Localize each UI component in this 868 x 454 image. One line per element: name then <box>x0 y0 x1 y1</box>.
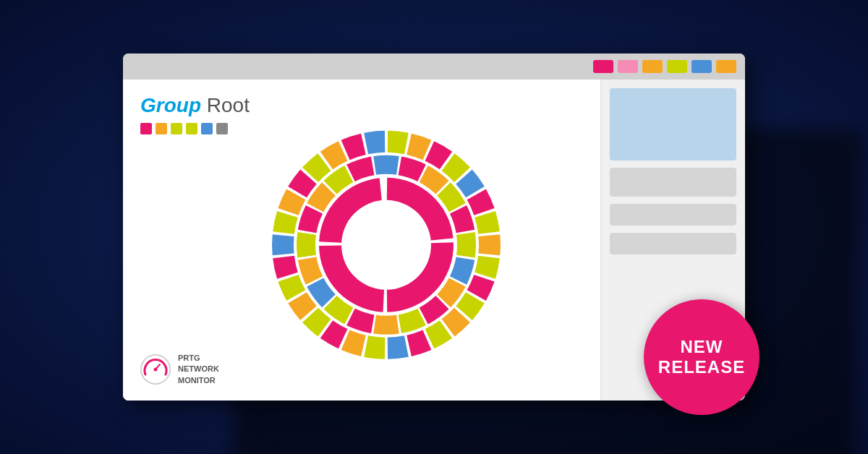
tab-4[interactable] <box>667 60 687 73</box>
sidebar-blue-block <box>610 88 736 160</box>
legend-dot-5 <box>201 123 213 134</box>
tab-3[interactable] <box>642 60 663 73</box>
main-panel: Group Root <box>123 80 600 401</box>
prtg-logo: PRTG NETWORK MONITOR <box>140 353 219 386</box>
legend-dot-4 <box>186 123 197 134</box>
legend-dot-2 <box>156 123 167 134</box>
app-wrapper: Group Root <box>123 53 745 401</box>
sidebar-gray-block-1 <box>610 168 736 197</box>
sunburst-chart <box>263 122 509 368</box>
legend-dot-3 <box>171 123 182 134</box>
badge-line1: NEW <box>681 337 723 357</box>
browser-titlebar <box>123 53 745 80</box>
sidebar-gray-block-2 <box>610 204 736 226</box>
sunburst-svg <box>263 122 509 368</box>
title-group-word: Group <box>140 94 201 116</box>
legend-dot-6 <box>216 123 228 134</box>
prtg-text: PRTG NETWORK MONITOR <box>178 353 219 386</box>
tab-1[interactable] <box>593 60 613 73</box>
title-root-word: Root <box>201 94 250 116</box>
gauge-icon <box>140 354 171 385</box>
sunburst-center <box>346 205 426 285</box>
sidebar-gray-block-3 <box>610 233 736 254</box>
svg-point-3 <box>154 367 158 371</box>
legend-dot-1 <box>140 123 152 134</box>
tab-2[interactable] <box>618 60 638 73</box>
page-title: Group Root <box>140 94 583 117</box>
new-release-badge: NEW RELEASE <box>644 299 760 415</box>
badge-line2: RELEASE <box>658 357 745 377</box>
tab-6[interactable] <box>716 60 736 73</box>
tab-5[interactable] <box>692 60 712 73</box>
